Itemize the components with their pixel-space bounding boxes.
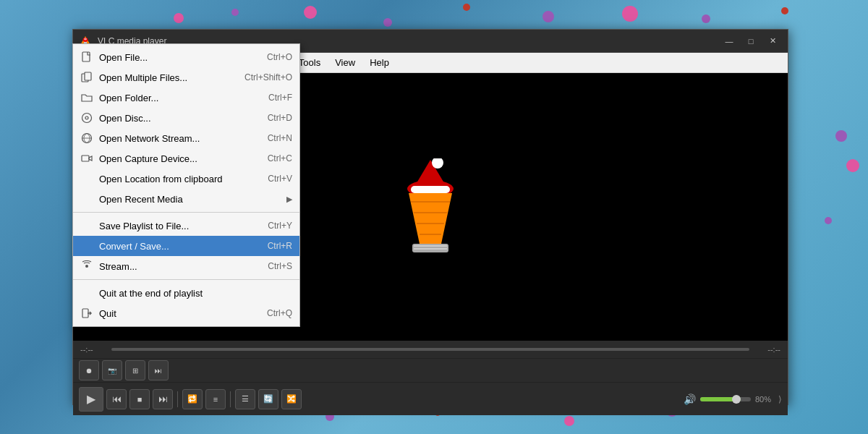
svg-rect-23 [82,156,89,161]
time-elapsed: --:-- [80,345,106,354]
menu-convert-save[interactable]: Convert / Save... Ctrl+R [73,236,299,256]
menu-view[interactable]: View [328,54,362,71]
open-network-shortcut: Ctrl+N [268,133,292,143]
menu-open-file[interactable]: Open File... Ctrl+O [73,47,299,67]
shuffle-button[interactable]: 🔀 [281,389,302,409]
frame-next-button[interactable]: ⏭ [148,360,169,380]
decoration-bubble [702,14,710,23]
volume-handle [732,395,741,404]
decoration-bubble [835,130,847,142]
menu-open-folder[interactable]: Open Folder... Ctrl+F [73,88,299,108]
decoration-bubble [781,7,788,14]
close-button[interactable]: ✕ [763,34,782,48]
decoration-bubble [825,217,832,224]
recent-icon [80,192,93,205]
time-total: --:-- [755,345,780,354]
menu-open-disc[interactable]: Open Disc... Ctrl+D [73,108,299,128]
file-icon [80,51,93,64]
open-folder-label: Open Folder... [99,93,263,103]
quit-icon [80,307,93,320]
files-icon [80,71,93,84]
open-network-label: Open Network Stream... [99,133,262,144]
recent-media-label: Open Recent Media [99,194,281,205]
svg-rect-15 [414,248,447,250]
volume-slider[interactable] [700,397,751,401]
decoration-bubble [174,13,184,23]
menu-open-multiple[interactable]: Open Multiple Files... Ctrl+Shift+O [73,67,299,88]
loop-button[interactable]: 🔁 [182,389,203,409]
menu-recent-media[interactable]: Open Recent Media ▶ [73,189,299,209]
decoration-bubble [383,18,392,27]
folder-icon [80,91,93,104]
playback-controls: ▶ ⏮ ■ ⏭ 🔁 ≡ ☰ 🔄 🔀 🔊 80% ⟩ [73,382,788,415]
next-button[interactable]: ⏭ [153,389,173,409]
fit-button[interactable]: ⊞ [125,360,145,380]
volume-area: 🔊 80% ⟩ [684,393,782,405]
svg-rect-14 [414,245,447,247]
open-multiple-label: Open Multiple Files... [99,72,239,83]
menu-open-location[interactable]: Open Location from clipboard Ctrl+V [73,169,299,189]
disc-icon [80,111,93,124]
capture-icon [80,152,93,165]
volume-icon[interactable]: 🔊 [684,393,696,405]
quit-end-icon [80,286,93,299]
menu-help[interactable]: Help [362,54,396,71]
stop-button[interactable]: ■ [129,389,150,409]
svg-point-20 [85,116,88,119]
submenu-arrow: ▶ [286,195,292,204]
stream-label: Stream... [99,261,262,272]
convert-save-shortcut: Ctrl+R [268,241,292,251]
playlist-button[interactable]: ☰ [235,389,255,409]
stream-shortcut: Ctrl+S [268,261,292,271]
svg-point-19 [82,114,92,123]
convert-save-label: Convert / Save... [99,241,262,252]
separator-1 [73,212,299,213]
quit-shortcut: Ctrl+Q [267,308,292,318]
open-file-label: Open File... [99,52,261,63]
decoration-bubble [846,159,859,172]
svg-point-3 [84,38,87,40]
decoration-bubble [463,4,470,11]
open-file-shortcut: Ctrl+O [267,52,292,62]
save-playlist-icon [80,219,93,232]
menu-quit-end[interactable]: Quit at the end of playlist [73,283,299,303]
menu-quit[interactable]: Quit Ctrl+Q [73,303,299,323]
open-disc-label: Open Disc... [99,113,262,124]
repeat-button[interactable]: 🔄 [258,389,278,409]
minimize-button[interactable]: — [720,34,739,48]
decoration-bubble [564,416,574,426]
decoration-bubble [542,11,554,22]
open-capture-shortcut: Ctrl+C [268,153,292,163]
svg-rect-18 [85,72,91,80]
snapshot-button[interactable]: 📷 [102,360,122,380]
menu-save-playlist[interactable]: Save Playlist to File... Ctrl+Y [73,216,299,236]
quit-label: Quit [99,308,261,319]
media-dropdown-menu: Open File... Ctrl+O Open Multiple Files.… [72,43,300,327]
svg-rect-26 [82,309,88,318]
equalizer-button[interactable]: ≡ [205,389,226,409]
svg-rect-6 [411,186,450,193]
save-playlist-shortcut: Ctrl+Y [268,221,292,231]
stream-icon [80,260,93,273]
progress-bar[interactable] [111,348,749,351]
convert-icon [80,239,93,252]
volume-label: 80% [755,395,771,404]
menu-stream[interactable]: Stream... Ctrl+S [73,256,299,276]
open-disc-shortcut: Ctrl+D [268,113,292,123]
menu-open-network[interactable]: Open Network Stream... Ctrl+N [73,128,299,148]
maximize-button[interactable]: □ [741,34,760,48]
progress-area: --:-- --:-- [73,341,788,358]
play-button[interactable]: ▶ [79,387,103,412]
quit-end-label: Quit at the end of playlist [99,288,286,299]
expand-icon[interactable]: ⟩ [778,394,782,404]
vlc-cone-logo [391,158,470,256]
prev-button[interactable]: ⏮ [106,389,127,409]
secondary-controls: ⏺ 📷 ⊞ ⏭ [73,358,788,382]
open-folder-shortcut: Ctrl+F [268,93,292,103]
window-controls: — □ ✕ [720,34,782,48]
record-button[interactable]: ⏺ [79,360,99,380]
decoration-bubble [622,6,638,22]
menu-open-capture[interactable]: Open Capture Device... Ctrl+C [73,148,299,169]
network-icon [80,132,93,145]
svg-marker-8 [409,193,452,244]
